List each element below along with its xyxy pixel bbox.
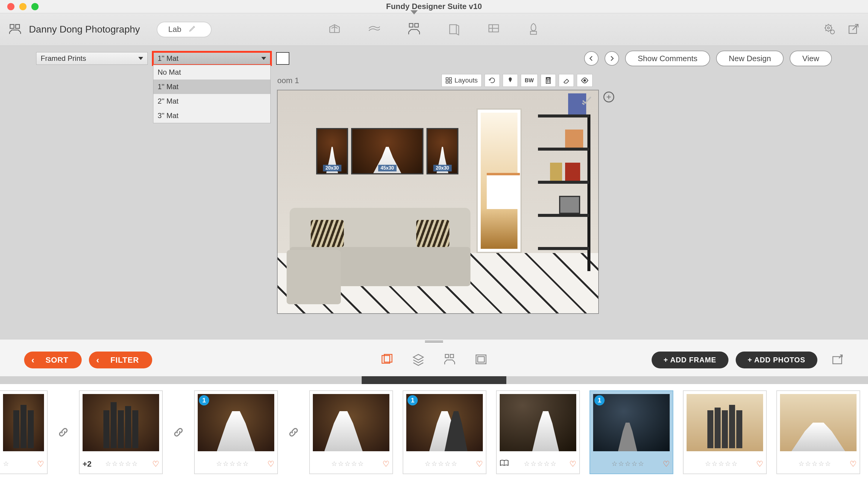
chevron-left-icon: ‹ xyxy=(96,355,100,365)
mat-option-2-mat[interactable]: 2'' Mat xyxy=(153,94,270,109)
next-design-button[interactable] xyxy=(605,51,619,66)
rooms-view-icon[interactable] xyxy=(443,353,456,367)
svg-rect-14 xyxy=(449,81,451,83)
external-link-icon[interactable] xyxy=(847,23,860,36)
favorite-icon[interactable]: ♡ xyxy=(476,459,483,469)
wall-art-mode-icon[interactable] xyxy=(407,22,421,37)
eraser-button[interactable] xyxy=(559,74,574,87)
album-mode-icon[interactable] xyxy=(327,22,342,37)
mat-color-swatch[interactable] xyxy=(276,52,289,65)
layouts-button[interactable]: Layouts xyxy=(442,74,482,87)
favorite-icon[interactable]: ♡ xyxy=(383,459,389,469)
svg-rect-13 xyxy=(446,81,448,83)
thumbnail-card[interactable]: 1 ☆☆☆☆☆ ♡ xyxy=(403,391,486,474)
sort-button[interactable]: ‹ SORT xyxy=(24,351,82,368)
rating-stars[interactable]: ☆☆☆☆☆ xyxy=(216,460,249,468)
svg-rect-27 xyxy=(478,357,484,362)
svg-rect-0 xyxy=(10,24,14,28)
lab-button[interactable]: Lab xyxy=(157,22,211,37)
wall-frame-2[interactable]: 45x30 xyxy=(351,128,423,174)
thumbnail-card[interactable]: ☆☆☆☆☆ ♡ xyxy=(496,391,580,474)
project-name: Danny Dong Photography xyxy=(29,24,140,35)
rating-stars[interactable]: ☆☆☆☆☆ xyxy=(425,460,458,468)
favorite-icon[interactable]: ♡ xyxy=(152,459,159,469)
pencil-icon xyxy=(189,24,196,34)
rating-stars[interactable]: ☆☆☆☆☆ xyxy=(331,460,364,468)
svg-point-20 xyxy=(549,82,550,82)
svg-point-21 xyxy=(584,80,586,82)
extra-count: +2 xyxy=(83,459,92,469)
rating-stars[interactable]: ☆☆☆☆☆ xyxy=(799,460,832,468)
svg-rect-24 xyxy=(445,354,448,358)
bottom-controls: ‹ SORT ‹ FILTER + ADD FRAME + ADD PHOT xyxy=(0,344,868,376)
print-type-dropdown[interactable]: Framed Prints xyxy=(36,52,148,65)
mat-option-1-mat[interactable]: 1'' Mat xyxy=(153,80,270,94)
add-room-button[interactable]: + xyxy=(604,92,614,103)
favorite-icon[interactable]: ♡ xyxy=(569,459,576,469)
thumbnail-card[interactable]: +2 ☆☆☆☆☆ ♡ xyxy=(79,391,163,474)
rating-stars[interactable]: ☆☆☆☆☆ xyxy=(612,460,645,468)
visibility-button[interactable] xyxy=(577,74,592,87)
filter-button[interactable]: ‹ FILTER xyxy=(89,351,152,368)
bottom-panel: ‹ SORT ‹ FILTER + ADD FRAME + ADD PHOT xyxy=(0,339,868,481)
canvas-area: oom 1 Layouts BW + xyxy=(0,71,868,339)
add-frame-button[interactable]: + ADD FRAME xyxy=(652,351,728,368)
active-tab-indicator xyxy=(362,376,506,384)
view-button[interactable]: View xyxy=(790,51,832,66)
frames-view-icon[interactable] xyxy=(474,353,488,367)
album-icon xyxy=(500,459,509,469)
rating-stars[interactable]: ☆ xyxy=(3,460,10,468)
room-preview[interactable]: 20x30 45x30 20x30 xyxy=(277,90,599,314)
svg-rect-28 xyxy=(833,357,841,364)
thumbnail-card[interactable]: ☆☆☆☆☆ ♡ xyxy=(309,391,393,474)
rotate-button[interactable] xyxy=(485,74,500,87)
svg-point-9 xyxy=(830,30,834,34)
favorite-icon[interactable]: ♡ xyxy=(756,459,763,469)
expand-panel-icon[interactable] xyxy=(831,353,844,367)
mat-option-no-mat[interactable]: No Mat xyxy=(153,65,270,80)
thumbnail-card-selected[interactable]: 1 ☆☆☆☆☆ ♡ xyxy=(589,391,673,474)
calculator-button[interactable] xyxy=(541,74,556,87)
layers-view-icon[interactable] xyxy=(412,353,425,367)
slideshow-mode-icon[interactable] xyxy=(526,22,541,37)
favorite-icon[interactable]: ♡ xyxy=(663,459,670,469)
usage-badge: 1 xyxy=(408,395,418,405)
mat-dropdown[interactable]: 1'' Mat xyxy=(153,52,271,65)
thumbnail-card[interactable]: ☆ ♡ xyxy=(0,391,48,474)
rating-stars[interactable]: ☆☆☆☆☆ xyxy=(705,460,738,468)
thumbnail-strip[interactable]: ☆ ♡ +2 ☆☆☆☆☆ ♡ 1 ☆☆☆☆☆ ♡ xyxy=(0,384,868,481)
thumbnail-card[interactable]: 1 ☆☆☆☆☆ ♡ xyxy=(194,391,278,474)
settings-icon[interactable] xyxy=(823,23,836,36)
thumbnail-card[interactable]: ☆☆☆☆☆ ♡ xyxy=(683,391,767,474)
project-icon[interactable] xyxy=(8,22,22,37)
wall-frame-1[interactable]: 20x30 xyxy=(316,128,348,174)
new-design-button[interactable]: New Design xyxy=(716,51,784,66)
image-brander-mode-icon[interactable] xyxy=(486,22,501,37)
header-actions: Show Comments New Design View xyxy=(584,51,832,66)
check-icon[interactable] xyxy=(581,94,593,107)
panel-resize-handle[interactable] xyxy=(0,340,868,344)
favorite-icon[interactable]: ♡ xyxy=(267,459,274,469)
add-photos-button[interactable]: + ADD PHOTOS xyxy=(736,351,817,368)
close-window-button[interactable] xyxy=(7,3,15,10)
tab-strip[interactable] xyxy=(0,376,868,384)
prev-design-button[interactable] xyxy=(584,51,598,66)
cards-mode-icon[interactable] xyxy=(447,22,461,37)
favorite-icon[interactable]: ♡ xyxy=(850,459,857,469)
maximize-window-button[interactable] xyxy=(31,3,38,10)
show-comments-button[interactable]: Show Comments xyxy=(625,51,710,66)
rating-stars[interactable]: ☆☆☆☆☆ xyxy=(105,460,138,468)
favorite-icon[interactable]: ♡ xyxy=(37,459,44,469)
svg-rect-11 xyxy=(446,78,448,80)
mat-option-3-mat[interactable]: 3'' Mat xyxy=(153,109,270,123)
wall-frame-3[interactable]: 20x30 xyxy=(426,128,458,174)
thumbnail-card[interactable]: ☆☆☆☆☆ ♡ xyxy=(776,391,860,474)
svg-point-17 xyxy=(547,80,548,81)
rating-stars[interactable]: ☆☆☆☆☆ xyxy=(524,460,557,468)
wall-frames[interactable]: 20x30 45x30 20x30 xyxy=(316,128,458,174)
proofer-mode-icon[interactable] xyxy=(367,22,382,37)
photos-view-icon[interactable] xyxy=(380,353,394,367)
pin-button[interactable] xyxy=(503,74,518,87)
minimize-window-button[interactable] xyxy=(19,3,27,10)
bw-button[interactable]: BW xyxy=(521,74,538,87)
